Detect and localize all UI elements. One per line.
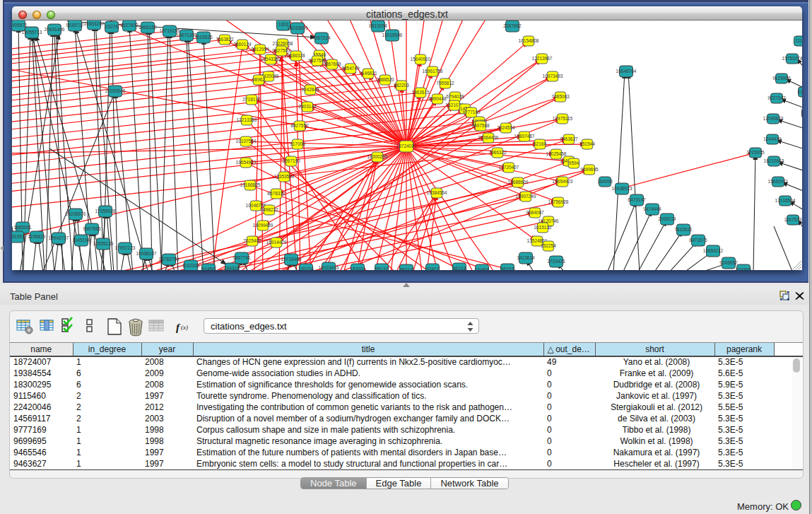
- svg-text:10543382: 10543382: [261, 57, 281, 62]
- svg-text:86113: 86113: [400, 267, 413, 270]
- svg-text:6497568: 6497568: [471, 123, 490, 128]
- svg-text:17016504: 17016504: [775, 198, 796, 203]
- svg-text:92450: 92450: [202, 267, 215, 270]
- svg-text:7632621: 7632621: [674, 227, 693, 232]
- svg-text:10107554: 10107554: [236, 139, 257, 144]
- svg-text:3267190: 3267190: [282, 158, 300, 163]
- svg-text:9777169: 9777169: [462, 110, 481, 115]
- svg-text:9857791: 9857791: [233, 255, 251, 260]
- svg-text:1117: 1117: [795, 38, 802, 43]
- svg-text:120234: 120234: [298, 267, 314, 270]
- svg-text:1885061: 1885061: [13, 225, 32, 230]
- svg-text:164095: 164095: [597, 179, 613, 184]
- svg-text:1145194: 1145194: [73, 238, 90, 243]
- svg-text:252254: 252254: [541, 243, 556, 248]
- svg-text:10025458: 10025458: [546, 151, 567, 156]
- svg-text:9245652: 9245652: [719, 260, 738, 265]
- svg-text:16154808: 16154808: [519, 38, 539, 43]
- svg-text:951544: 951544: [579, 141, 595, 146]
- svg-text:12023445: 12023445: [319, 265, 339, 270]
- svg-text:2087682: 2087682: [503, 23, 522, 28]
- svg-text:16033809: 16033809: [288, 25, 308, 30]
- svg-text:18724007: 18724007: [396, 144, 417, 148]
- svg-text:1244419: 1244419: [763, 136, 782, 141]
- svg-text:9227342: 9227342: [767, 95, 786, 100]
- svg-text:1527602: 1527602: [120, 23, 139, 28]
- svg-text:12975115: 12975115: [553, 116, 573, 121]
- svg-text:19166825: 19166825: [240, 182, 261, 187]
- svg-text:9635717: 9635717: [66, 23, 84, 28]
- svg-text:6794028: 6794028: [446, 94, 464, 99]
- svg-text:2803144: 2803144: [298, 104, 317, 109]
- svg-text:9242848: 9242848: [301, 87, 319, 92]
- svg-text:9146821: 9146821: [359, 71, 377, 76]
- svg-text:2867608: 2867608: [323, 62, 341, 66]
- svg-text:15751074: 15751074: [782, 56, 802, 61]
- svg-text:882203: 882203: [394, 83, 409, 88]
- svg-text:19654923: 19654923: [236, 160, 257, 165]
- svg-text:12213389: 12213389: [237, 117, 257, 122]
- svg-text:924565: 924565: [736, 267, 751, 270]
- svg-text:9660124: 9660124: [233, 42, 252, 47]
- svg-text:12213967: 12213967: [532, 56, 553, 61]
- svg-text:1167533: 1167533: [784, 217, 802, 222]
- svg-text:8912954: 8912954: [251, 47, 269, 52]
- svg-text:62160: 62160: [534, 141, 546, 146]
- svg-text:12353594: 12353594: [274, 174, 295, 179]
- svg-text:9684067: 9684067: [526, 210, 544, 215]
- svg-text:7485063: 7485063: [551, 94, 570, 99]
- svg-text:20691406: 20691406: [45, 27, 65, 32]
- svg-text:15692971: 15692971: [768, 179, 789, 184]
- svg-text:1615132: 1615132: [534, 225, 552, 230]
- svg-text:7357224: 7357224: [312, 35, 331, 40]
- svg-text:15640910: 15640910: [411, 57, 431, 62]
- svg-text:19218506: 19218506: [382, 33, 403, 37]
- svg-text:1413614: 1413614: [517, 255, 535, 260]
- svg-text:7955812: 7955812: [436, 81, 454, 86]
- svg-text:3215955: 3215955: [746, 150, 765, 155]
- svg-text:98962: 98962: [252, 77, 265, 82]
- svg-text:3498222: 3498222: [260, 207, 278, 212]
- svg-text:8186328: 8186328: [287, 53, 305, 58]
- svg-text:9699695: 9699695: [580, 167, 599, 172]
- svg-text:10938923: 10938923: [612, 186, 632, 191]
- svg-text:14099489: 14099489: [253, 223, 273, 228]
- svg-text:264318: 264318: [224, 266, 240, 270]
- svg-text:13254: 13254: [798, 89, 802, 94]
- svg-text:17957223: 17957223: [115, 245, 136, 250]
- svg-text:9327503: 9327503: [272, 48, 290, 53]
- svg-text:19654923: 19654923: [553, 179, 573, 184]
- svg-text:7986322: 7986322: [488, 150, 507, 155]
- svg-text:10973493: 10973493: [543, 74, 563, 78]
- svg-text:f: f: [176, 322, 181, 333]
- svg-text:10463: 10463: [476, 267, 488, 270]
- svg-text:1156829: 1156829: [28, 234, 46, 239]
- svg-text:1733426: 1733426: [547, 259, 565, 264]
- svg-text:(x): (x): [181, 324, 188, 331]
- svg-text:16961758: 16961758: [423, 69, 443, 74]
- svg-text:8813054: 8813054: [369, 23, 387, 28]
- svg-text:10688609: 10688609: [508, 180, 529, 185]
- svg-text:16648764: 16648764: [616, 69, 637, 74]
- svg-text:8427552: 8427552: [290, 123, 309, 128]
- svg-text:10958107: 10958107: [136, 251, 157, 256]
- svg-text:96153: 96153: [501, 267, 514, 270]
- svg-text:10807487: 10807487: [514, 134, 535, 139]
- svg-text:1192346: 1192346: [182, 263, 200, 268]
- svg-text:18907249: 18907249: [516, 194, 536, 199]
- svg-text:20053546: 20053546: [105, 88, 126, 93]
- svg-text:391591: 391591: [12, 234, 25, 239]
- svg-text:12942737: 12942737: [49, 235, 69, 240]
- svg-text:10853287: 10853287: [84, 21, 105, 26]
- svg-text:97412: 97412: [426, 267, 439, 270]
- svg-text:12093873: 12093873: [763, 116, 784, 121]
- svg-text:12505135: 12505135: [93, 241, 114, 246]
- svg-text:86103: 86103: [453, 266, 466, 270]
- svg-text:16782759: 16782759: [159, 257, 180, 262]
- svg-text:7625402: 7625402: [243, 238, 261, 243]
- svg-text:2935114: 2935114: [659, 216, 676, 221]
- svg-text:7663822: 7663822: [216, 37, 234, 42]
- svg-text:9129966: 9129966: [772, 76, 791, 81]
- svg-text:16275: 16275: [801, 110, 802, 115]
- svg-text:2388520: 2388520: [376, 77, 394, 82]
